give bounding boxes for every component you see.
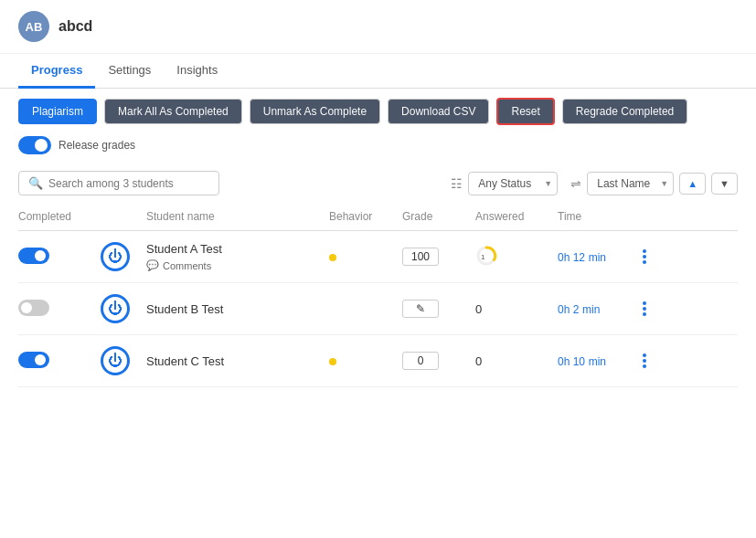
row3-time-unit: min	[589, 355, 606, 368]
col-actions	[631, 210, 658, 223]
row3-answered: 0	[475, 354, 558, 368]
col-time: Time	[558, 210, 631, 223]
col-grade: Grade	[402, 210, 475, 223]
row3-answered-value: 0	[475, 354, 482, 368]
row1-grade: 100	[402, 248, 475, 266]
row3-grade: 0	[402, 352, 475, 370]
row3-more-menu[interactable]	[631, 353, 658, 368]
sort-asc-button[interactable]: ▲	[679, 173, 706, 195]
row1-comment-label: Comments	[163, 260, 211, 271]
search-input[interactable]	[48, 177, 209, 190]
answered-arc-icon: 1	[475, 245, 497, 267]
row2-student-name-cell: Student B Test	[146, 302, 329, 316]
row1-comment-chip[interactable]: 💬 Comments	[146, 259, 329, 271]
col-answered: Answered	[475, 210, 558, 223]
row2-grade-box: ✎	[402, 300, 439, 318]
nav-tabs: Progress Settings Insights	[0, 54, 756, 89]
row1-more-menu[interactable]	[631, 249, 658, 264]
search-icon: 🔍	[28, 176, 43, 190]
student-table: Completed Student name Behavior Grade An…	[0, 203, 756, 387]
tab-insights[interactable]: Insights	[164, 54, 230, 89]
app-title: abcd	[59, 18, 92, 35]
unmark-button[interactable]: Unmark As Complete	[250, 99, 380, 124]
row3-time-value: 0h 10	[558, 355, 585, 368]
table-row: ⏻ Student C Test 0 0 0h 10 min	[18, 335, 738, 387]
tab-settings[interactable]: Settings	[95, 54, 164, 89]
row2-time-unit: min	[582, 303, 600, 316]
col-behavior: Behavior	[329, 210, 402, 223]
release-grades-row: Release grades	[0, 134, 756, 164]
row2-time-value: 0h 2	[558, 303, 579, 316]
filters-bar: 🔍 ☷ Any Status Completed In Progress Not…	[0, 164, 756, 203]
row3-student-name: Student C Test	[146, 354, 329, 368]
row1-behavior	[329, 250, 402, 264]
behavior-dot	[329, 358, 336, 365]
col-student-name: Student name	[146, 210, 329, 223]
row1-power-icon: ⏻	[101, 242, 146, 271]
regrade-button[interactable]: Regrade Completed	[562, 99, 687, 124]
row3-completed-toggle[interactable]	[18, 352, 101, 371]
comment-bubble-icon: 💬	[146, 259, 159, 271]
row1-student-name-cell: Student A Test 💬 Comments	[146, 242, 329, 271]
row2-power-icon: ⏻	[101, 294, 146, 323]
status-select[interactable]: Any Status Completed In Progress Not Sta…	[468, 172, 558, 195]
tab-progress[interactable]: Progress	[18, 54, 95, 89]
row1-completed-toggle[interactable]	[18, 248, 101, 267]
row2-student-name: Student B Test	[146, 302, 329, 316]
avatar: AB	[18, 11, 49, 42]
toolbar: Plagiarism Mark All As Completed Unmark …	[0, 89, 756, 134]
row1-grade-box: 100	[402, 248, 439, 266]
row2-completed-toggle[interactable]	[18, 300, 101, 319]
row3-student-name-cell: Student C Test	[146, 354, 329, 368]
search-box[interactable]: 🔍	[18, 171, 219, 195]
filter-icon: ☷	[451, 176, 463, 191]
sort-icon: ⇌	[570, 176, 581, 191]
status-select-wrapper: Any Status Completed In Progress Not Sta…	[468, 172, 558, 195]
mark-all-button[interactable]: Mark All As Completed	[104, 99, 242, 124]
sort-select[interactable]: Last Name First Name Grade	[587, 172, 674, 195]
row1-time-value: 0h 12	[558, 251, 585, 264]
table-row: ⏻ Student B Test ✎ 0 0h 2 min	[18, 283, 738, 335]
row1-student-name: Student A Test	[146, 242, 329, 256]
row2-time: 0h 2 min	[558, 302, 631, 316]
table-row: ⏻ Student A Test 💬 Comments 100 1 0h 12 …	[18, 231, 738, 283]
row1-answered: 1	[475, 245, 558, 269]
row1-time-unit: min	[589, 251, 606, 264]
row3-grade-box: 0	[402, 352, 439, 370]
sort-select-wrapper: Last Name First Name Grade	[587, 172, 674, 195]
row3-behavior	[329, 354, 402, 368]
app-header: AB abcd	[0, 0, 756, 54]
table-header-row: Completed Student name Behavior Grade An…	[18, 203, 738, 231]
col-completed: Completed	[18, 210, 101, 223]
reset-button[interactable]: Reset	[496, 98, 554, 125]
row2-answered: 0	[475, 302, 558, 316]
col-icon	[101, 210, 146, 223]
release-grades-toggle[interactable]	[18, 136, 51, 154]
svg-text:1: 1	[481, 253, 485, 261]
behavior-dot	[329, 254, 336, 261]
row3-time: 0h 10 min	[558, 354, 631, 368]
row1-time: 0h 12 min	[558, 250, 631, 264]
row2-more-menu[interactable]	[631, 301, 658, 316]
plagiarism-button[interactable]: Plagiarism	[18, 99, 97, 124]
row2-grade: ✎	[402, 300, 475, 318]
release-grades-label: Release grades	[59, 139, 135, 152]
download-button[interactable]: Download CSV	[388, 99, 489, 124]
sort-desc-button[interactable]: ▼	[711, 173, 738, 195]
row2-answered-value: 0	[475, 302, 482, 316]
row3-power-icon: ⏻	[101, 346, 146, 375]
filter-group: ☷ Any Status Completed In Progress Not S…	[451, 172, 738, 195]
